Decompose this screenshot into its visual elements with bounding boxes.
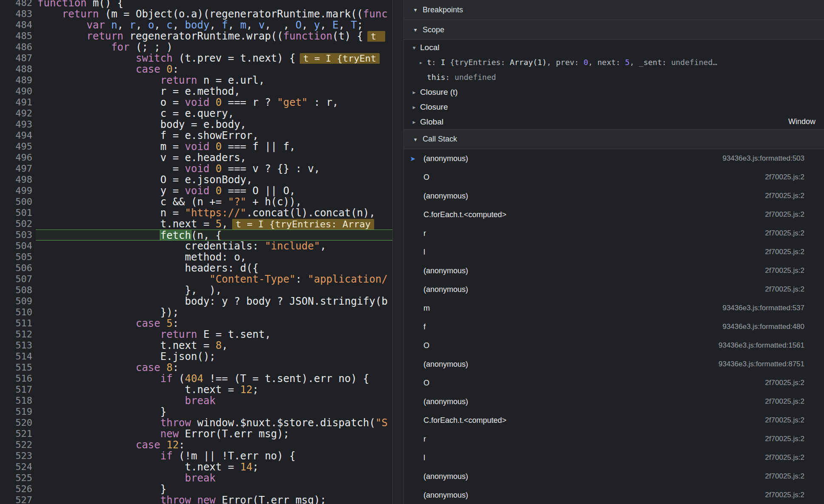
scope-section-row[interactable]: ▾Local	[404, 40, 824, 55]
call-stack-frame[interactable]: (anonymous)2f70025.js:2	[404, 467, 824, 486]
code-line: 491 o = void 0 === r ? "get" : r,	[0, 97, 393, 108]
line-number[interactable]: 527	[0, 495, 36, 504]
call-stack-frame[interactable]: l2f70025.js:2	[404, 448, 824, 467]
call-stack-frame[interactable]: (anonymous)2f70025.js:2	[404, 392, 824, 411]
line-number[interactable]: 515	[0, 362, 36, 373]
line-number[interactable]: 486	[0, 42, 36, 53]
call-stack-frame[interactable]: f93436e3.js:formatted:480	[404, 317, 824, 336]
inline-value-badge: t = I {tryEntries: Array	[232, 219, 374, 229]
code-line: 492 c = e.query,	[0, 108, 393, 119]
chevron-right-icon: ▸	[418, 59, 424, 66]
call-stack-frame[interactable]: l2f70025.js:2	[404, 243, 824, 261]
line-number[interactable]: 494	[0, 130, 36, 141]
code-line: 502 t.next = 5,t = I {tryEntries: Array	[0, 218, 393, 229]
line-number[interactable]: 495	[0, 141, 36, 152]
line-number[interactable]: 497	[0, 163, 36, 174]
line-number[interactable]: 484	[0, 20, 36, 31]
call-stack-frame[interactable]: ➤(anonymous)93436e3.js:formatted:503	[404, 149, 824, 168]
frame-location: 93436e3.js:formatted:8751	[719, 360, 804, 368]
call-stack-frame[interactable]: r2f70025.js:2	[404, 224, 824, 243]
line-number[interactable]: 519	[0, 406, 36, 417]
line-number[interactable]: 509	[0, 296, 36, 307]
code-line: 503 fetch(n, {	[0, 229, 393, 241]
line-number[interactable]: 507	[0, 274, 36, 285]
call-stack-section-header[interactable]: ▾ Call Stack	[404, 129, 824, 149]
call-stack-frame[interactable]: O2f70025.js:2	[404, 168, 824, 187]
chevron-down-icon: ▾	[412, 26, 418, 33]
line-number[interactable]: 505	[0, 252, 36, 263]
line-number[interactable]: 526	[0, 484, 36, 495]
line-number[interactable]: 502	[0, 218, 36, 229]
line-number[interactable]: 488	[0, 64, 36, 75]
line-number[interactable]: 506	[0, 263, 36, 274]
frame-name: l	[423, 453, 425, 462]
code-line-content: throw window.$nuxt.$store.dispatch("S	[36, 417, 393, 428]
line-number[interactable]: 512	[0, 329, 36, 340]
scope-section-row[interactable]: ▸Closure	[404, 99, 824, 114]
call-stack-frame[interactable]: O2f70025.js:2	[404, 374, 824, 392]
code-line-content: t.next = 5,t = I {tryEntries: Array	[36, 218, 393, 229]
line-number[interactable]: 510	[0, 307, 36, 318]
line-number[interactable]: 520	[0, 417, 36, 428]
code-line: 504 credentials: "include",	[0, 241, 393, 252]
line-number[interactable]: 487	[0, 53, 36, 64]
code-line-content: m = void 0 === f || f,	[36, 141, 393, 152]
scope-section-row[interactable]: ▸Closure (t)	[404, 85, 824, 99]
call-stack-frame[interactable]: (anonymous)93436e3.js:formatted:8751	[404, 355, 824, 374]
call-stack-frame[interactable]: (anonymous)2f70025.js:2	[404, 280, 824, 299]
line-number[interactable]: 513	[0, 340, 36, 351]
breakpoints-section-header[interactable]: ▾ Breakpoints	[404, 0, 824, 20]
line-number[interactable]: 503	[0, 229, 36, 241]
line-number[interactable]: 483	[0, 8, 36, 20]
code-line-content: break	[36, 395, 393, 406]
editor-scrollbar[interactable]	[393, 0, 403, 504]
call-stack-frame[interactable]: C.forEach.t.<computed>2f70025.js:2	[404, 205, 824, 224]
line-number[interactable]: 516	[0, 373, 36, 384]
line-number[interactable]: 485	[0, 31, 36, 42]
scope-section-label: Scope	[423, 25, 444, 34]
line-number[interactable]: 491	[0, 97, 36, 108]
scope-section-label: Closure	[420, 102, 448, 112]
line-number[interactable]: 511	[0, 318, 36, 329]
line-number[interactable]: 482	[0, 0, 36, 8]
frame-name: (anonymous)	[423, 472, 468, 481]
call-stack-frame[interactable]: r2f70025.js:2	[404, 430, 824, 448]
line-number[interactable]: 490	[0, 86, 36, 97]
call-stack-frame[interactable]: (anonymous)2f70025.js:2	[404, 261, 824, 280]
call-stack-frame[interactable]: C.forEach.t.<computed>2f70025.js:2	[404, 411, 824, 430]
line-number[interactable]: 522	[0, 439, 36, 450]
frame-location: 2f70025.js:2	[765, 266, 804, 275]
code-line-content: t.next = 12;	[36, 384, 393, 395]
line-number[interactable]: 492	[0, 108, 36, 119]
line-number[interactable]: 504	[0, 241, 36, 252]
code-line: 494 f = e.showError,	[0, 130, 393, 141]
code-line: 489 return n = e.url,	[0, 75, 393, 86]
line-number[interactable]: 517	[0, 384, 36, 395]
line-number[interactable]: 508	[0, 285, 36, 296]
line-number[interactable]: 514	[0, 351, 36, 362]
line-number[interactable]: 496	[0, 152, 36, 163]
line-number[interactable]: 523	[0, 450, 36, 462]
call-stack-frame[interactable]: (anonymous)2f70025.js:2	[404, 187, 824, 205]
code-line: 515 case 8:	[0, 362, 393, 373]
line-number[interactable]: 518	[0, 395, 36, 406]
line-number[interactable]: 521	[0, 428, 36, 439]
call-stack-frame[interactable]: O93436e3.js:formatted:1561	[404, 336, 824, 355]
line-number[interactable]: 525	[0, 473, 36, 484]
code-line-content: new Error(T.err_msg);	[36, 428, 393, 439]
code-line-content: _ = void 0 === v ? {} : v,	[36, 163, 393, 174]
scope-variable-row[interactable]: ▸t: I {tryEntries: Array(1), prev: 0, ne…	[404, 55, 824, 70]
scope-section-header[interactable]: ▾ Scope	[404, 20, 824, 40]
call-stack-frame[interactable]: m93436e3.js:formatted:537	[404, 299, 824, 317]
line-number[interactable]: 489	[0, 75, 36, 86]
scope-section-row[interactable]: ▸GlobalWindow	[404, 114, 824, 129]
line-number[interactable]: 524	[0, 462, 36, 473]
code-line-content: return (m = Object(o.a)(regeneratorRunti…	[36, 8, 393, 20]
line-number[interactable]: 500	[0, 196, 36, 207]
line-number[interactable]: 501	[0, 207, 36, 218]
call-stack-frame[interactable]: (anonymous)2f70025.js:2	[404, 486, 824, 504]
line-number[interactable]: 498	[0, 174, 36, 185]
line-number[interactable]: 493	[0, 119, 36, 130]
scope-variable-row[interactable]: ▸this: undefined	[404, 70, 824, 85]
line-number[interactable]: 499	[0, 185, 36, 196]
